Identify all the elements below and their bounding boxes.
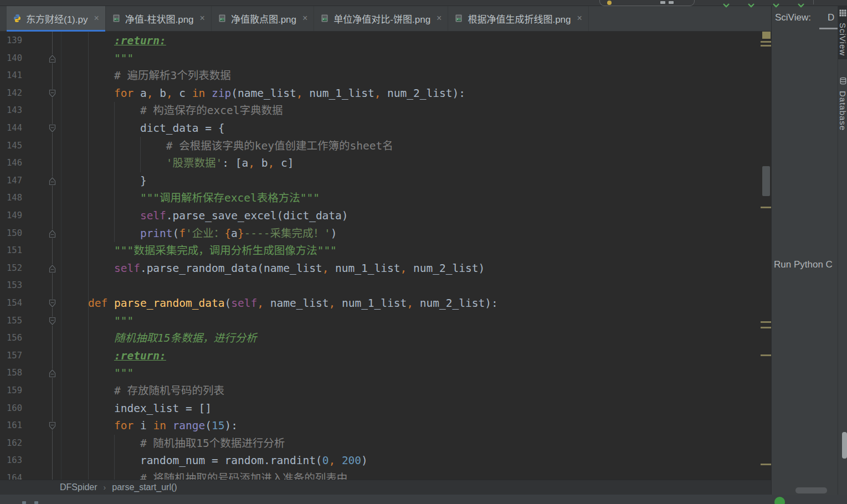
code-line: 146 '股票数据': [a, b, c] [0,155,771,172]
line-number: 140 [0,50,22,68]
toolbar-glyph-icon[interactable] [669,1,674,4]
line-number: 158 [0,364,22,382]
code-line: 143 # 构造保存的excel字典数据 [0,102,771,120]
code-line: 153 [0,277,771,295]
code-line: 140 """ [0,50,771,68]
toolbar-run-icon[interactable] [798,0,804,10]
code-line-text: print(f'企业：{a}----采集完成！') [62,225,337,243]
status-bar [0,495,847,504]
toolbar-glyph-icon[interactable] [660,1,665,4]
line-number: 155 [0,312,22,330]
code-line: 139 :return: [0,32,771,50]
code-line: 154 def parse_random_data(self, name_lis… [0,295,771,312]
line-number: 164 [0,470,22,480]
tool-stripe-database-button[interactable]: Database [838,74,847,134]
editor-tab[interactable]: 单位净值对比-饼图.png× [314,6,448,31]
editor-tab[interactable]: 净值散点图.png× [212,6,314,31]
vertical-scrollbar-thumb[interactable] [762,166,770,196]
fold-start-icon[interactable] [48,317,57,326]
line-number: 163 [0,452,22,470]
code-line: 152 self.parse_random_data(name_list, nu… [0,260,771,277]
tool-stripe-sciview-button[interactable]: SciView [838,6,847,59]
run-status-icon[interactable] [774,497,785,504]
line-number: 143 [0,102,22,120]
code-line: 162 # 随机抽取15个数据进行分析 [0,435,771,452]
code-line-text: """调用解析保存excel表格方法""" [62,189,320,207]
editor-tab[interactable]: 净值-柱状图.png× [106,6,212,31]
database-icon [839,77,847,87]
toolbar-run-icon[interactable] [773,0,779,10]
code-line: 147 } [0,172,771,190]
error-stripe-mark [761,207,771,208]
code-line-text: """ [62,50,134,68]
image-file-icon [454,14,463,23]
run-config-icon [607,1,612,5]
editor-tab[interactable]: 东方财经(1).py× [7,6,106,31]
code-line-text: '股票数据': [a, b, c] [62,155,294,172]
toolbar-run-icon[interactable] [723,0,730,10]
line-number: 156 [0,330,22,347]
toolbar-run-icon[interactable] [748,0,754,10]
tool-window-stripe: SciViewDatabase [838,6,847,495]
tool-stripe-label: Database [838,91,847,131]
main-toolbar [0,0,847,6]
horizontal-scrollbar-thumb[interactable] [795,487,827,493]
code-line-text: self.parse_random_data(name_list, num_1_… [62,260,485,277]
image-file-icon [218,14,227,23]
sciview-panel: SciView: D Run Python C [771,6,838,495]
line-number: 150 [0,225,22,243]
sciview-data-tab[interactable]: D [828,12,834,23]
fold-end-icon[interactable] [48,264,57,273]
code-line-text: self.parse_save_excel(dict_data) [62,207,348,225]
line-number: 159 [0,382,22,400]
code-line-text: for a, b, c in zip(name_list, num_1_list… [62,85,465,102]
code-line: 148 """调用解析保存excel表格方法""" [0,189,771,207]
status-text-fragment [34,501,38,504]
code-line-text: :return: [62,347,166,365]
tab-close-icon[interactable]: × [437,13,442,23]
run-configuration-box[interactable] [599,0,695,6]
tab-close-icon[interactable]: × [94,13,99,23]
breadcrumb-method[interactable]: parse_start_url() [112,482,177,492]
code-line-text: :return: [62,32,166,50]
code-line-text: # 遍历解析3个列表数据 [62,67,231,85]
code-line-text: # 将随机抽取的号码添加进入准备的列表中 [62,470,347,480]
toolbar-separator [813,0,814,4]
fold-start-icon[interactable] [48,89,57,98]
tab-close-icon[interactable]: × [577,13,582,23]
line-number: 151 [0,242,22,260]
line-number: 142 [0,85,22,102]
fold-end-icon[interactable] [48,54,57,63]
fold-start-icon[interactable] [48,299,57,308]
code-line-text: """ [62,364,134,382]
code-line: 157 :return: [0,347,771,365]
line-number: 139 [0,32,22,50]
stripe-scrollbar-thumb[interactable] [842,432,847,459]
line-number: 162 [0,435,22,452]
error-stripe-mark [761,327,771,328]
code-line: 158 """ [0,364,771,382]
line-number: 147 [0,172,22,190]
code-line: 161 for i in range(15): [0,417,771,435]
tab-close-icon[interactable]: × [200,13,205,23]
editor-tab[interactable]: 根据净值生成折线图.png× [448,6,588,31]
code-line-text: def parse_random_data(self, name_list, n… [62,295,498,312]
tab-close-icon[interactable]: × [302,13,307,23]
analysis-status-square [762,32,771,39]
fold-end-icon[interactable] [48,177,57,186]
tab-label: 单位净值对比-饼图.png [333,12,430,25]
code-line: 141 # 遍历解析3个列表数据 [0,67,771,85]
breadcrumb-bar: DFSpider › parse_start_url() [0,480,771,495]
fold-start-icon[interactable] [48,124,57,133]
fold-end-icon[interactable] [48,229,57,238]
breadcrumb-class[interactable]: DFSpider [60,482,97,492]
breadcrumb-separator-icon: › [104,483,106,492]
run-python-label[interactable]: Run Python C [774,259,833,270]
code-line: 142 for a, b, c in zip(name_list, num_1_… [0,85,771,102]
code-line-text: random_num = random.randint(0, 200) [62,452,368,470]
line-number: 157 [0,347,22,365]
code-editor[interactable]: 139 :return:140 """141 # 遍历解析3个列表数据142 f… [0,32,771,480]
fold-end-icon[interactable] [48,369,57,378]
editor-tab-bar: 东方财经(1).py×净值-柱状图.png×净值散点图.png×单位净值对比-饼… [0,6,771,32]
fold-start-icon[interactable] [48,421,57,430]
